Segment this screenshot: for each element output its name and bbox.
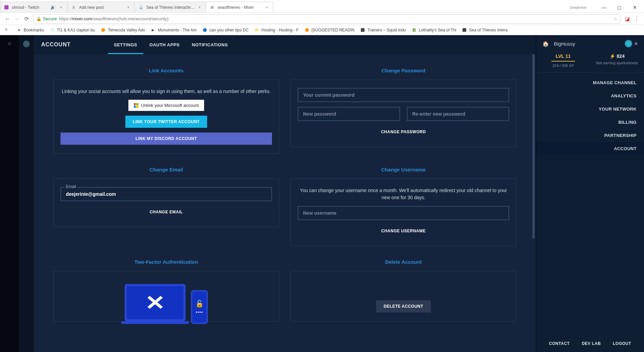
apps-shortcut[interactable]: ⠿ [3, 27, 11, 33]
bookmark-item[interactable]: ★Bookmarks [16, 27, 44, 33]
bookmark-label: [SUGGESTED READIN [312, 28, 354, 32]
bookmark-item[interactable]: 🟠[SUGGESTED READIN [304, 27, 354, 33]
home-icon[interactable]: 🏠 [542, 41, 549, 47]
avatar[interactable] [625, 40, 632, 47]
tab-favicon: M [209, 5, 215, 10]
right-sidebar: 🏠 BigHussy ✕ LVL 11 324 / 336 XP ⚡824 No… [536, 35, 644, 352]
bookmark-label: Monuments - The Am [158, 28, 197, 32]
nav-back[interactable]: ← [3, 14, 12, 24]
sidebar-nav-item[interactable]: ANALYTICS [536, 89, 644, 102]
nav-reload[interactable]: ⟳ [22, 14, 31, 24]
mixer-logo-icon: ✕ [145, 291, 165, 314]
bookmark-item[interactable]: 📗Lethality's Sea of Thi [412, 27, 456, 33]
tab-close-icon[interactable]: × [58, 5, 64, 10]
delete-account-title: Delete Account [291, 259, 516, 265]
change-username-button[interactable]: CHANGE USERNAME [381, 225, 426, 237]
tab-title: shroud - Twitch [12, 5, 50, 10]
sidebar-footer-link[interactable]: CONTACT [549, 341, 570, 346]
sidebar-footer-link[interactable]: DEV LAB [582, 341, 601, 346]
bookmark-item[interactable]: ⬛Trainers – Squid Indu [360, 27, 406, 33]
bookmark-favicon: 📄 [49, 27, 55, 33]
bookmark-label: Trainers – Squid Indu [367, 28, 406, 32]
window-minimize[interactable]: — [596, 2, 612, 13]
reenter-password-input[interactable] [407, 107, 509, 121]
browser-tab[interactable]: XAdd new post× [67, 2, 135, 13]
url-path: /seaofthieves(hub:me/account/security) [92, 16, 168, 21]
bookmark-item[interactable]: ⬛Sea of Thieves Intera [462, 27, 507, 33]
unlink-microsoft-button[interactable]: Unlink your Microsoft account [128, 100, 204, 111]
sidebar-footer-link[interactable]: LOGOUT [613, 341, 631, 346]
sidebar-nav-item[interactable]: PARTNERSHIP [536, 129, 644, 142]
browser-tab[interactable]: 🟪shroud - Twitch🔊× [0, 2, 68, 13]
sidebar-username[interactable]: BigHussy [554, 41, 575, 47]
bookmark-label: Bookmarks [24, 28, 44, 32]
chrome-profile-name[interactable]: Deejerinie [570, 5, 587, 9]
extension-icon[interactable]: ◪ [622, 16, 632, 22]
sidebar-nav-item[interactable]: BILLING [536, 116, 644, 129]
tfa-graphic: ✕ 🔓•••• [60, 279, 272, 324]
email-input[interactable] [60, 187, 272, 201]
nav-forward[interactable]: → [12, 14, 22, 24]
bookmark-label: Temecula Valley Adv [108, 28, 145, 32]
change-username-desc: You can change your username once a mont… [298, 187, 509, 201]
new-password-input[interactable] [298, 107, 400, 121]
bookmark-label: TI1 & KA1 clapton bu [57, 28, 95, 32]
link-discord-button[interactable]: LINK MY DISCORD ACCOUNT [60, 133, 272, 145]
audio-icon[interactable]: 🔊 [50, 5, 55, 10]
url-scheme: https:// [59, 16, 72, 21]
email-field-label: Email [65, 184, 77, 189]
sidebar-nav-item[interactable]: ACCOUNT [536, 142, 644, 155]
address-bar[interactable]: 🔒Secure https://mixer.com/seaofthieves(h… [33, 14, 620, 24]
url-host: mixer.com [72, 16, 92, 21]
chrome-menu[interactable]: ⋮ [632, 16, 641, 22]
window-close[interactable]: ✕ [627, 2, 643, 13]
bookmark-star-icon[interactable]: ☆ [613, 16, 617, 21]
tab-close-icon[interactable]: × [197, 5, 202, 10]
scrollbar[interactable] [532, 54, 535, 352]
bookmark-favicon: 📗 [412, 27, 417, 33]
link-twitter-button[interactable]: LINK YOUR TWITTER ACCOUNT [125, 116, 207, 128]
padlock-icon: 🔓 [195, 300, 204, 308]
sidebar-nav-item[interactable]: MANAGE CHANNEL [536, 76, 644, 89]
tab-favicon: 🟪 [4, 5, 9, 10]
level-badge: LVL 11 [536, 53, 590, 59]
secure-label: Secure [43, 16, 57, 21]
header-tab[interactable]: SETTINGS [108, 35, 143, 54]
tab-close-icon[interactable]: × [264, 5, 270, 10]
mini-avatar[interactable] [23, 41, 30, 47]
bookmark-favicon: ▶ [150, 27, 156, 33]
tab-title: Add new post [79, 5, 124, 10]
current-password-input[interactable] [298, 88, 509, 102]
browser-tab[interactable]: Mseaofthieves - Mixer× [206, 2, 273, 13]
account-header: ACCOUNT SETTINGSOAUTH APPSNOTIFICATIONS [34, 35, 536, 54]
header-tab[interactable]: OAUTH APPS [143, 35, 186, 54]
change-email-button[interactable]: CHANGE EMAIL [150, 206, 183, 218]
tab-favicon: ⚓ [138, 5, 144, 10]
sparks-note: Not earning sparks/levels [590, 61, 644, 65]
bookmark-favicon: ★ [16, 27, 22, 33]
bookmark-favicon: 📁 [254, 27, 259, 33]
bookmark-item[interactable]: 📄TI1 & KA1 clapton bu [49, 27, 95, 33]
chevron-left-icon: « [7, 39, 11, 352]
bookmark-label: Hosting - Hosting - F [262, 28, 299, 32]
delete-account-button[interactable]: DELETE ACCOUNT [376, 300, 430, 312]
close-sidebar-icon[interactable]: ✕ [634, 41, 638, 46]
bookmark-favicon: ⬛ [360, 27, 365, 33]
bookmark-item[interactable]: 🔵can you other dps DC [202, 27, 249, 33]
bookmark-item[interactable]: 🟠Temecula Valley Adv [100, 27, 145, 33]
sidebar-collapse[interactable]: « [0, 35, 19, 352]
header-tab[interactable]: NOTIFICATIONS [186, 35, 234, 54]
tab-close-icon[interactable]: × [126, 5, 131, 10]
tab-title: seaofthieves - Mixer [218, 5, 262, 10]
sidebar-nav-item[interactable]: YOUR NETWORK [536, 102, 644, 116]
bookmark-item[interactable]: ▶Monuments - The Am [150, 27, 197, 33]
change-email-title: Change Email [53, 167, 279, 172]
bookmark-item[interactable]: 📁Hosting - Hosting - F [254, 27, 299, 33]
browser-tab[interactable]: ⚓Sea of Thieves Interactiv…× [134, 2, 206, 13]
xp-text: 324 / 336 XP [536, 64, 590, 68]
bookmark-favicon: 🟠 [100, 27, 106, 33]
change-password-button[interactable]: CHANGE PASSWORD [381, 126, 426, 138]
bookmark-favicon: ⬛ [462, 27, 467, 33]
new-username-input[interactable] [298, 206, 509, 220]
window-maximize[interactable]: ◻ [612, 2, 627, 13]
